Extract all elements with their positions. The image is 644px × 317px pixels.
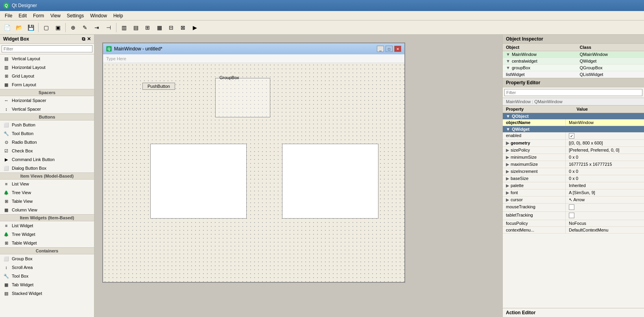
tool-button-icon: 🔧 <box>3 130 9 137</box>
prop-value-enabled[interactable]: ✓ <box>566 132 644 139</box>
menu-window[interactable]: Window <box>87 12 110 19</box>
widget-item-check-box[interactable]: ☑ Check Box <box>0 146 94 155</box>
prop-row-tablettracking[interactable]: tabletTracking <box>503 212 644 220</box>
canvas-group-box[interactable]: GroupBox <box>215 78 270 117</box>
toolbar-align[interactable]: ⊣ <box>103 22 114 33</box>
widget-item-grid-layout[interactable]: ⊞ Grid Layout <box>0 72 94 80</box>
toolbar-layout-s[interactable]: ⊟ <box>166 22 177 33</box>
toolbar-btn-1[interactable]: ▢ <box>41 22 52 33</box>
mousetracking-checkbox[interactable] <box>569 204 574 210</box>
prop-row-cursor[interactable]: ▶cursor ↖ Arrow <box>503 197 644 204</box>
obj-row-groupbox[interactable]: ▼groupBox QGroupBox <box>503 65 644 71</box>
prop-row-sizepolicy[interactable]: ▶sizePolicy [Preferred, Preferred, 0, 0] <box>503 147 644 154</box>
widget-item-table-view[interactable]: ⊞ Table View <box>0 197 94 206</box>
menu-help[interactable]: Help <box>110 12 126 19</box>
widget-item-dialog-button[interactable]: ⬜ Dialog Button Box <box>0 164 94 172</box>
prop-row-focuspolicy[interactable]: focusPolicy NoFocus <box>503 220 644 227</box>
prop-row-sizeincrement[interactable]: ▶sizeIncrement 0 x 0 <box>503 168 644 175</box>
widget-item-scroll-area[interactable]: ↕ Scroll Area <box>0 263 94 272</box>
widget-item-push-button[interactable]: ⬜ Push Button <box>0 120 94 129</box>
toolbar-layout-f[interactable]: ▦ <box>154 22 165 33</box>
widget-item-column-view[interactable]: ▦ Column View <box>0 206 94 214</box>
widget-item-table-widget[interactable]: ⊞ Table Widget <box>0 239 94 247</box>
widget-item-horizontal-spacer[interactable]: ↔ Horizontal Spacer <box>0 96 94 105</box>
toolbar-layout-h[interactable]: ▥ <box>118 22 129 33</box>
list-widget-icon: ≡ <box>3 222 9 229</box>
toolbar-open[interactable]: 📂 <box>13 22 24 33</box>
widget-item-vertical-layout[interactable]: ▤ Vertical Layout <box>0 54 94 63</box>
widget-item-tree-widget[interactable]: 🌲 Tree Widget <box>0 230 94 239</box>
widget-item-horizontal-layout[interactable]: ▥ Horizontal Layout <box>0 63 94 72</box>
toolbar-layout-g[interactable]: ⊞ <box>142 22 153 33</box>
widget-item-form-layout[interactable]: ▦ Form Layout <box>0 80 94 89</box>
prop-row-minimumsize[interactable]: ▶minimumSize 0 x 0 <box>503 154 644 161</box>
sizeincrement-expand[interactable]: ▶ <box>506 169 509 174</box>
toolbar-edit[interactable]: ✎ <box>79 22 90 33</box>
palette-expand[interactable]: ▶ <box>506 183 509 188</box>
basesize-expand[interactable]: ▶ <box>506 176 509 181</box>
type-here-label: Type Here <box>106 56 126 61</box>
prop-row-contextmenu[interactable]: contextMenu... DefaultContextMenu <box>503 227 644 234</box>
menu-settings[interactable]: Settings <box>64 12 87 19</box>
widget-item-tool-button[interactable]: 🔧 Tool Button <box>0 129 94 138</box>
widget-item-vertical-spacer[interactable]: ↕ Vertical Spacer <box>0 105 94 113</box>
widget-item-tool-box[interactable]: 🔧 Tool Box <box>0 272 94 280</box>
obj-row-centralwidget[interactable]: ▼centralwidget QWidget <box>503 58 644 65</box>
prop-value-mousetracking[interactable] <box>566 204 644 211</box>
menu-file[interactable]: File <box>2 12 15 19</box>
obj-row-mainwindow[interactable]: ▼MainWindow QMainWindow <box>503 51 644 58</box>
widget-box-float[interactable]: ⧉ <box>82 36 85 42</box>
minimumsize-expand[interactable]: ▶ <box>506 155 509 159</box>
object-inspector: Object Inspector Object Class ▼MainWindo… <box>503 35 644 78</box>
prop-row-basesize[interactable]: ▶baseSize 0 x 0 <box>503 175 644 182</box>
obj-row-listwidget[interactable]: listWidget QListWidget <box>503 71 644 78</box>
prop-row-geometry[interactable]: ▶geometry [(0, 0), 800 x 600] <box>503 140 644 147</box>
tablettracking-checkbox[interactable] <box>569 213 574 218</box>
close-button[interactable]: ✕ <box>394 46 401 52</box>
toolbar-layout-v[interactable]: ▤ <box>130 22 141 33</box>
canvas-push-button[interactable]: PushButton <box>142 83 175 90</box>
widget-item-tab-widget[interactable]: ▦ Tab Widget <box>0 280 94 289</box>
widget-item-command-link[interactable]: ▶ Command Link Button <box>0 155 94 164</box>
enabled-checkbox[interactable]: ✓ <box>569 133 574 139</box>
canvas-list-widget-2[interactable] <box>282 144 378 219</box>
prop-value-tablettracking[interactable] <box>566 212 644 220</box>
widget-item-radio-button[interactable]: ⊙ Radio Button <box>0 138 94 146</box>
widget-item-list-view[interactable]: ≡ List View <box>0 180 94 188</box>
toolbar-new[interactable]: 📄 <box>2 22 13 33</box>
widget-item-tree-view[interactable]: 🌲 Tree View <box>0 188 94 197</box>
toolbar-select[interactable]: ⊕ <box>68 22 79 33</box>
widget-item-list-widget[interactable]: ≡ List Widget <box>0 221 94 230</box>
widget-box-close[interactable]: ✕ <box>87 36 91 42</box>
sizepolicy-expand[interactable]: ▶ <box>506 148 509 152</box>
menu-view[interactable]: View <box>47 12 64 19</box>
font-expand[interactable]: ▶ <box>506 190 509 195</box>
property-filter-input[interactable] <box>504 89 642 96</box>
menu-edit[interactable]: Edit <box>15 12 30 19</box>
prop-row-maximumsize[interactable]: ▶maximumSize 16777215 x 16777215 <box>503 161 644 168</box>
prop-row-font[interactable]: ▶font A [SimSun, 9] <box>503 189 644 197</box>
widget-box-filter-input[interactable] <box>2 45 92 52</box>
minimize-button[interactable]: _ <box>377 46 384 52</box>
toolbar-preview[interactable]: ▶ <box>189 22 200 33</box>
prop-row-palette[interactable]: ▶palette Inherited <box>503 182 644 189</box>
toolbar-save[interactable]: 💾 <box>25 22 36 33</box>
toolbar-layout-b[interactable]: ⊠ <box>177 22 188 33</box>
prop-row-objectname[interactable]: objectName MainWindow <box>503 119 644 126</box>
geometry-expand[interactable]: ▶ <box>506 141 509 145</box>
toolbar-tab[interactable]: ⇥ <box>91 22 102 33</box>
action-editor: Action Editor <box>503 308 644 317</box>
menu-form[interactable]: Form <box>30 12 47 19</box>
maximize-button[interactable]: □ <box>386 46 393 52</box>
cursor-expand[interactable]: ▶ <box>506 197 509 202</box>
prop-row-enabled[interactable]: enabled ✓ <box>503 132 644 140</box>
design-canvas[interactable]: PushButton GroupBox <box>103 63 404 282</box>
widget-item-stacked-widget[interactable]: ▤ Stacked Widget <box>0 289 94 298</box>
list-view-icon: ≡ <box>3 181 9 187</box>
prop-value-objectname[interactable]: MainWindow <box>566 119 644 126</box>
canvas-list-widget-1[interactable] <box>150 144 247 219</box>
prop-row-mousetracking[interactable]: mouseTracking <box>503 204 644 212</box>
maximumsize-expand[interactable]: ▶ <box>506 162 509 167</box>
widget-item-group-box[interactable]: ⬜ Group Box <box>0 254 94 263</box>
toolbar-btn-2[interactable]: ▣ <box>52 22 63 33</box>
